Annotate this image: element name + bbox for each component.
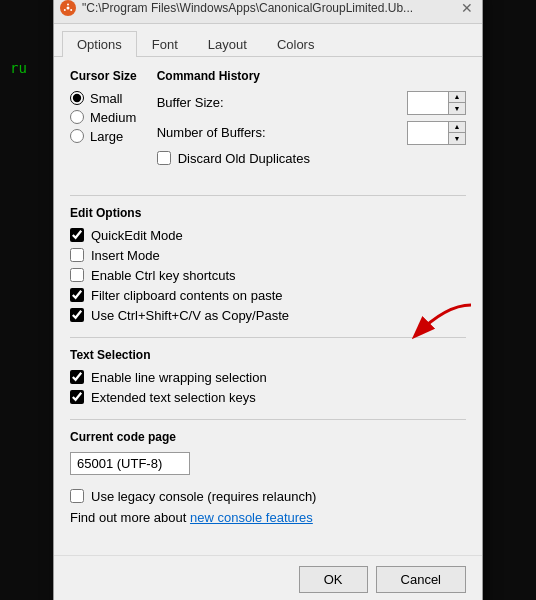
terminal-text: ru xyxy=(10,60,27,76)
line-wrap-checkbox[interactable] xyxy=(70,370,84,384)
discard-duplicates-checkbox[interactable] xyxy=(157,151,171,165)
legacy-checkbox[interactable] xyxy=(70,489,84,503)
command-history-section: Command History Buffer Size: 50 ▲ ▼ Numb… xyxy=(157,69,466,171)
line-wrap-option[interactable]: Enable line wrapping selection xyxy=(70,370,466,385)
filter-clipboard-checkbox[interactable] xyxy=(70,288,84,302)
red-arrow-icon xyxy=(386,300,476,345)
quickedit-option[interactable]: QuickEdit Mode xyxy=(70,228,466,243)
buffer-size-input[interactable]: 50 xyxy=(408,93,448,112)
footer: OK Cancel xyxy=(54,555,482,601)
find-more-prefix: Find out more about xyxy=(70,510,190,525)
buffer-size-label: Buffer Size: xyxy=(157,95,399,110)
tab-colors[interactable]: Colors xyxy=(262,31,330,57)
code-page-value: 65001 (UTF-8) xyxy=(70,452,190,475)
title-text: "C:\Program Files\WindowsApps\CanonicalG… xyxy=(82,1,458,15)
cursor-large-label: Large xyxy=(90,129,123,144)
cursor-small-label: Small xyxy=(90,91,123,106)
code-page-section: Current code page 65001 (UTF-8) xyxy=(70,430,466,475)
num-buffers-label: Number of Buffers: xyxy=(157,125,399,140)
cursor-size-title: Cursor Size xyxy=(70,69,137,83)
cursor-medium-label: Medium xyxy=(90,110,136,125)
ctrl-shift-label: Use Ctrl+Shift+C/V as Copy/Paste xyxy=(91,308,289,323)
num-buffers-input[interactable]: 4 xyxy=(408,123,448,142)
filter-clipboard-label: Filter clipboard contents on paste xyxy=(91,288,283,303)
insert-mode-label: Insert Mode xyxy=(91,248,160,263)
command-history-title: Command History xyxy=(157,69,466,83)
cursor-medium-radio[interactable] xyxy=(70,110,84,124)
tab-bar: Options Font Layout Colors xyxy=(54,24,482,57)
legacy-row: Use legacy console (requires relaunch) xyxy=(70,489,466,504)
line-wrap-label: Enable line wrapping selection xyxy=(91,370,267,385)
buffer-size-up[interactable]: ▲ xyxy=(449,92,465,103)
tab-font[interactable]: Font xyxy=(137,31,193,57)
ubuntu-icon xyxy=(60,0,76,16)
divider-1 xyxy=(70,195,466,196)
code-page-title: Current code page xyxy=(70,430,466,444)
divider-3 xyxy=(70,419,466,420)
buffer-size-row: Buffer Size: 50 ▲ ▼ xyxy=(157,91,466,115)
legacy-label: Use legacy console (requires relaunch) xyxy=(91,489,316,504)
svg-point-4 xyxy=(64,9,66,11)
cursor-size-options: Small Medium Large xyxy=(70,91,137,144)
svg-point-1 xyxy=(67,7,70,10)
cursor-small-option[interactable]: Small xyxy=(70,91,137,106)
cursor-small-radio[interactable] xyxy=(70,91,84,105)
ctrl-keys-label: Enable Ctrl key shortcuts xyxy=(91,268,236,283)
num-buffers-up[interactable]: ▲ xyxy=(449,122,465,133)
top-section: Cursor Size Small Medium Large xyxy=(70,69,466,185)
cancel-button[interactable]: Cancel xyxy=(376,566,466,593)
num-buffers-spinner[interactable]: 4 ▲ ▼ xyxy=(407,121,466,145)
svg-point-3 xyxy=(70,9,72,11)
num-buffers-arrows: ▲ ▼ xyxy=(448,122,465,144)
ctrl-shift-row: Use Ctrl+Shift+C/V as Copy/Paste xyxy=(70,308,466,323)
quickedit-checkbox[interactable] xyxy=(70,228,84,242)
edit-options-section: Edit Options QuickEdit Mode Insert Mode … xyxy=(70,206,466,323)
properties-window: "C:\Program Files\WindowsApps\CanonicalG… xyxy=(53,0,483,600)
text-selection-title: Text Selection xyxy=(70,348,466,362)
ctrl-keys-option[interactable]: Enable Ctrl key shortcuts xyxy=(70,268,466,283)
ctrl-keys-checkbox[interactable] xyxy=(70,268,84,282)
insert-mode-option[interactable]: Insert Mode xyxy=(70,248,466,263)
quickedit-label: QuickEdit Mode xyxy=(91,228,183,243)
cursor-size-section: Cursor Size Small Medium Large xyxy=(70,69,137,171)
svg-point-2 xyxy=(67,4,69,6)
tab-content: Cursor Size Small Medium Large xyxy=(54,57,482,555)
new-console-link[interactable]: new console features xyxy=(190,510,313,525)
text-selection-section: Text Selection Enable line wrapping sele… xyxy=(70,348,466,405)
buffer-size-down[interactable]: ▼ xyxy=(449,103,465,114)
discard-duplicates-label: Discard Old Duplicates xyxy=(178,151,310,166)
cursor-large-radio[interactable] xyxy=(70,129,84,143)
num-buffers-down[interactable]: ▼ xyxy=(449,133,465,144)
buffer-size-spinner[interactable]: 50 ▲ ▼ xyxy=(407,91,466,115)
cursor-large-option[interactable]: Large xyxy=(70,129,137,144)
num-buffers-row: Number of Buffers: 4 ▲ ▼ xyxy=(157,121,466,145)
edit-options-title: Edit Options xyxy=(70,206,466,220)
extended-keys-option[interactable]: Extended text selection keys xyxy=(70,390,466,405)
ok-button[interactable]: OK xyxy=(299,566,368,593)
extended-keys-label: Extended text selection keys xyxy=(91,390,256,405)
insert-mode-checkbox[interactable] xyxy=(70,248,84,262)
discard-duplicates-option[interactable]: Discard Old Duplicates xyxy=(157,151,466,166)
cursor-medium-option[interactable]: Medium xyxy=(70,110,137,125)
ctrl-shift-checkbox[interactable] xyxy=(70,308,84,322)
find-more-row: Find out more about new console features xyxy=(70,510,466,525)
extended-keys-checkbox[interactable] xyxy=(70,390,84,404)
buffer-size-arrows: ▲ ▼ xyxy=(448,92,465,114)
close-button[interactable]: ✕ xyxy=(458,0,476,17)
title-bar: "C:\Program Files\WindowsApps\CanonicalG… xyxy=(54,0,482,24)
tab-layout[interactable]: Layout xyxy=(193,31,262,57)
tab-options[interactable]: Options xyxy=(62,31,137,57)
